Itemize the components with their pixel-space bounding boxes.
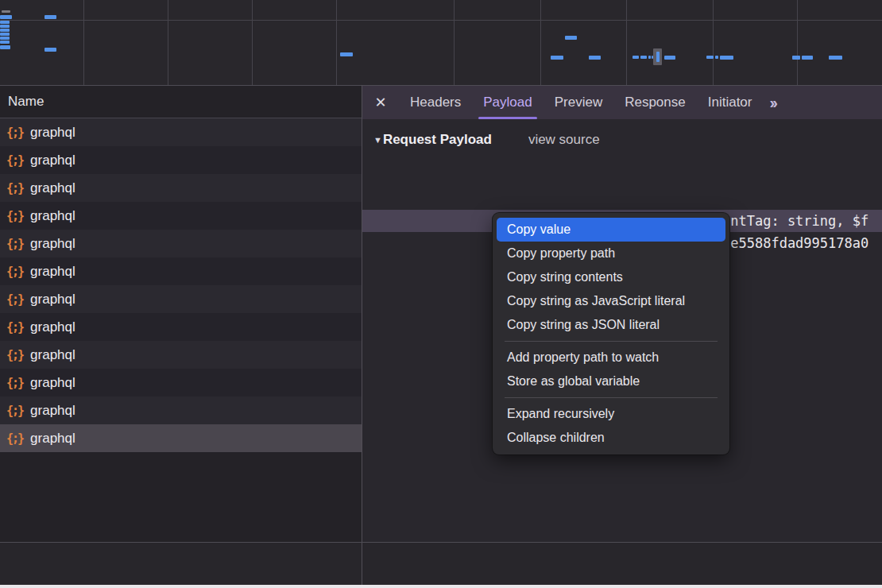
tab-initiator[interactable]: Initiator xyxy=(697,86,764,119)
json-braces-icon: {;} xyxy=(6,237,23,251)
timeline-request-bar xyxy=(792,56,800,60)
json-braces-icon: {;} xyxy=(6,376,23,390)
request-row[interactable]: {;}graphql xyxy=(0,285,362,313)
request-name: graphql xyxy=(30,403,75,419)
request-row[interactable]: {;}graphql xyxy=(0,397,362,424)
timeline-gridline xyxy=(540,0,541,85)
json-braces-icon: {;} xyxy=(6,153,23,168)
section-collapse-triangle-icon[interactable]: ▼ xyxy=(373,135,382,145)
request-row[interactable]: {;}graphql xyxy=(0,257,362,285)
request-name: graphql xyxy=(30,431,75,447)
close-icon[interactable]: ✕ xyxy=(362,94,399,111)
request-row[interactable]: {;}graphql xyxy=(0,230,362,257)
timeline-request-bar xyxy=(44,15,56,19)
menu-item-copy-value[interactable]: Copy value xyxy=(497,218,725,242)
timeline-gridline xyxy=(252,0,253,85)
context-menu: Copy valueCopy property pathCopy string … xyxy=(493,213,729,455)
tab-response[interactable]: Response xyxy=(613,86,697,119)
request-row[interactable]: {;}graphql xyxy=(0,202,362,230)
timeline-request-bar xyxy=(551,56,563,60)
json-braces-icon: {;} xyxy=(6,431,23,446)
timeline-gridline xyxy=(713,0,714,85)
window-bottom-edge xyxy=(0,585,882,588)
request-name: graphql xyxy=(30,125,75,141)
request-name: graphql xyxy=(30,319,75,335)
menu-item-copy-string-as-javascript-literal[interactable]: Copy string as JavaScript literal xyxy=(497,289,725,313)
timeline-request-bar xyxy=(0,25,10,28)
timeline-request-bar xyxy=(44,48,56,52)
detail-tabbar: ✕ HeadersPayloadPreviewResponseInitiator… xyxy=(362,86,882,119)
timeline-request-bar xyxy=(589,56,601,60)
menu-item-copy-string-contents[interactable]: Copy string contents xyxy=(497,265,725,289)
request-name: graphql xyxy=(30,208,75,224)
menu-item-copy-property-path[interactable]: Copy property path xyxy=(497,242,725,265)
section-title: Request Payload xyxy=(383,132,492,148)
timeline-request-bar xyxy=(0,37,10,40)
timeline-request-bar xyxy=(0,21,10,24)
tab-preview[interactable]: Preview xyxy=(544,86,613,119)
timeline-request-bar xyxy=(648,56,651,59)
request-list: {;}graphql{;}graphql{;}graphql{;}graphql… xyxy=(0,118,362,452)
menu-divider xyxy=(505,397,718,398)
timeline-request-bar xyxy=(0,41,10,44)
timeline-request-bar xyxy=(720,56,733,60)
timeline-request-bar xyxy=(0,45,10,49)
request-row[interactable]: {;}graphql xyxy=(0,424,362,452)
timeline-gridline xyxy=(336,0,337,85)
json-braces-icon: {;} xyxy=(6,209,23,223)
timeline-request-bar xyxy=(340,52,353,56)
request-row[interactable]: {;}graphql xyxy=(0,118,362,146)
request-name: graphql xyxy=(30,292,75,308)
network-overview-timeline[interactable] xyxy=(0,0,882,86)
menu-item-add-property-path-to-watch[interactable]: Add property path to watch xyxy=(497,346,725,369)
request-row[interactable]: {;}graphql xyxy=(0,369,362,397)
timeline-request-bar xyxy=(2,10,10,13)
request-list-panel: Name {;}graphql{;}graphql{;}graphql{;}gr… xyxy=(0,86,362,542)
timeline-request-bar xyxy=(0,15,12,19)
request-row[interactable]: {;}graphql xyxy=(0,313,362,341)
timeline-gridline xyxy=(454,0,455,85)
timeline-request-bar xyxy=(802,56,813,60)
timeline-request-bar xyxy=(829,56,842,60)
request-row[interactable]: {;}graphql xyxy=(0,146,362,174)
timeline-gridline xyxy=(797,0,798,85)
payload-root-row[interactable]: ▼{operationName: "ipFlowTimeseries", var… xyxy=(362,165,882,188)
tab-headers[interactable]: Headers xyxy=(399,86,472,119)
more-tabs-icon[interactable]: ›› xyxy=(769,94,786,112)
request-name: graphql xyxy=(30,375,75,391)
request-name: graphql xyxy=(30,153,75,168)
request-row[interactable]: {;}graphql xyxy=(0,341,362,369)
request-row[interactable]: {;}graphql xyxy=(0,174,362,202)
menu-divider xyxy=(505,341,718,342)
devtools-network-panel: Name {;}graphql{;}graphql{;}graphql{;}gr… xyxy=(0,0,882,588)
operation-name-row[interactable]: operationName: "ipFlowTimeseries" xyxy=(362,188,882,210)
json-braces-icon: {;} xyxy=(6,126,23,140)
timeline-request-bar xyxy=(565,36,577,40)
property-value-right-fragment: ee5588fdad995178a0 xyxy=(722,232,868,254)
request-name: graphql xyxy=(30,180,75,196)
timeline-request-bar xyxy=(664,56,675,60)
menu-item-store-as-global-variable[interactable]: Store as global variable xyxy=(497,369,725,393)
menu-item-copy-string-as-json-literal[interactable]: Copy string as JSON literal xyxy=(497,313,725,337)
request-name: graphql xyxy=(30,347,75,363)
timeline-gridline xyxy=(83,0,84,85)
timeline-selected-bar xyxy=(656,52,660,62)
timeline-gridline xyxy=(626,0,627,85)
timeline-request-bar xyxy=(632,56,639,59)
timeline-request-bar xyxy=(0,33,10,36)
view-source-link[interactable]: view source xyxy=(528,132,600,148)
json-braces-icon: {;} xyxy=(6,265,23,279)
timeline-gridline xyxy=(0,20,882,21)
property-value-right-fragment: untTag: string, $f xyxy=(722,210,868,232)
timeline-request-bar xyxy=(640,56,647,59)
menu-item-expand-recursively[interactable]: Expand recursively xyxy=(497,402,725,426)
json-braces-icon: {;} xyxy=(6,181,23,195)
name-column-header[interactable]: Name xyxy=(0,86,362,118)
timeline-gridline xyxy=(168,0,168,85)
menu-item-collapse-children[interactable]: Collapse children xyxy=(497,426,725,450)
footer-divider xyxy=(0,542,882,543)
timeline-request-bar xyxy=(715,56,718,59)
request-payload-section-header: ▼ Request Payload view source xyxy=(362,119,882,148)
tab-payload[interactable]: Payload xyxy=(472,86,543,119)
json-braces-icon: {;} xyxy=(6,292,23,307)
